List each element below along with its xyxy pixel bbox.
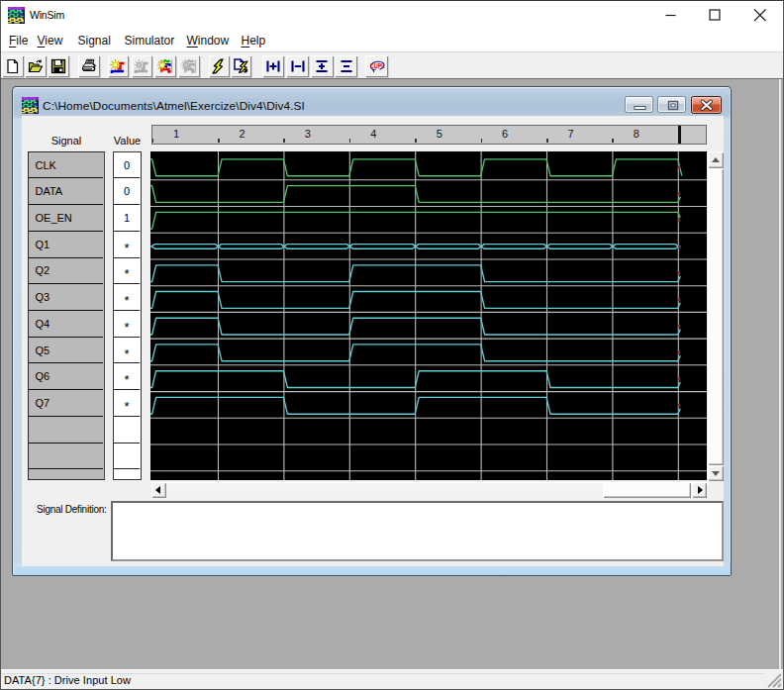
svg-text:CUPL: CUPL [369,61,384,70]
